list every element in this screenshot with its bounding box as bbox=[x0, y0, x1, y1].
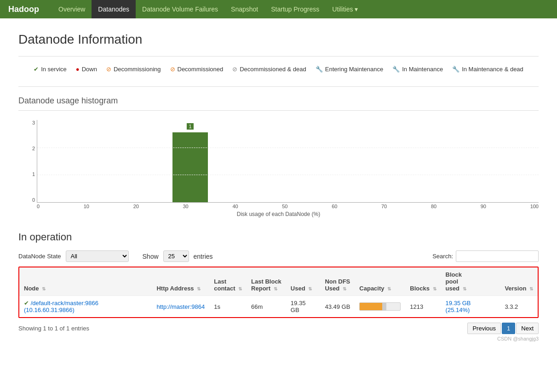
search-label: Search: bbox=[432, 253, 453, 260]
col-last-block-report[interactable]: Last BlockReport ⇅ bbox=[247, 267, 286, 296]
sort-icon-last-block: ⇅ bbox=[274, 286, 277, 291]
legend-divider bbox=[18, 86, 539, 87]
histogram-bar-value: 1 bbox=[187, 123, 193, 130]
legend-decommissioning: ⊘ Decommissioning bbox=[106, 66, 161, 73]
x-tick-40: 40 bbox=[232, 204, 238, 209]
legend-entering-maintenance-label: Entering Maintenance bbox=[325, 66, 383, 73]
x-tick-100: 100 bbox=[530, 204, 539, 209]
nav-datanode-volume-failures[interactable]: Datanode Volume Failures bbox=[136, 0, 224, 18]
legend-down: ● Down bbox=[76, 66, 97, 73]
cell-node: ✔ /default-rack/master:9866 (10.16.60.31… bbox=[19, 296, 152, 318]
sort-icon-non-dfs: ⇅ bbox=[343, 286, 346, 291]
col-used[interactable]: Used ⇅ bbox=[286, 267, 321, 296]
legend-decommissioned-dead: ⊘ Decommissioned & dead bbox=[232, 66, 306, 73]
cell-last-contact: 1s bbox=[209, 296, 247, 318]
col-block-pool-used[interactable]: Blockpoolused ⇅ bbox=[441, 267, 500, 296]
decommissioned-dead-icon: ⊘ bbox=[232, 66, 237, 73]
sort-icon-capacity: ⇅ bbox=[387, 286, 391, 291]
block-pool-used-value: 19.35 GB (25.14%) bbox=[446, 300, 471, 313]
sort-icon-block-pool: ⇅ bbox=[463, 286, 466, 291]
http-address-link[interactable]: http://master:9864 bbox=[156, 303, 205, 310]
capacity-bar-fill bbox=[360, 303, 382, 310]
legend-decommissioned-label: Decommissioned bbox=[178, 66, 224, 73]
histogram-bar: 1 bbox=[172, 132, 207, 202]
entering-maintenance-icon: 🔧 bbox=[316, 66, 323, 73]
table-controls-left: DataNode State All In Service Down Decom… bbox=[18, 250, 213, 262]
cell-version: 3.3.2 bbox=[500, 296, 538, 318]
page-title: Datanode Information bbox=[18, 32, 539, 47]
nav-snapshot[interactable]: Snapshot bbox=[224, 0, 264, 18]
node-status-icon: ✔ bbox=[24, 300, 29, 307]
sort-icon-node: ⇅ bbox=[42, 286, 46, 291]
x-axis-title: Disk usage of each DataNode (%) bbox=[18, 211, 539, 217]
nav-overview[interactable]: Overview bbox=[52, 0, 92, 18]
title-divider bbox=[18, 56, 539, 57]
cell-used: 19.35 GB bbox=[286, 296, 321, 318]
col-last-contact[interactable]: Lastcontact ⇅ bbox=[209, 267, 247, 296]
datanode-table: Node ⇅ Http Address ⇅ Lastcontact ⇅ Last… bbox=[19, 267, 538, 317]
col-node[interactable]: Node ⇅ bbox=[19, 267, 152, 296]
watermark: CSDN @shangjg3 bbox=[18, 336, 539, 341]
in-maintenance-icon: 🔧 bbox=[392, 66, 400, 73]
node-link[interactable]: /default-rack/master:9866 (10.16.60.31:9… bbox=[24, 300, 98, 313]
sort-icon-used: ⇅ bbox=[308, 286, 312, 291]
capacity-bar-remaining bbox=[382, 303, 386, 310]
show-label: Show bbox=[143, 253, 159, 260]
next-button[interactable]: Next bbox=[516, 323, 539, 334]
legend-in-maintenance: 🔧 In Maintenance bbox=[392, 66, 443, 73]
search-input[interactable] bbox=[456, 250, 539, 262]
nav-startup-progress[interactable]: Startup Progress bbox=[264, 0, 326, 18]
in-operation-title: In operation bbox=[18, 231, 539, 243]
sort-icon-version: ⇅ bbox=[529, 286, 533, 291]
legend-in-service-label: In service bbox=[41, 66, 67, 73]
cell-http-address: http://master:9864 bbox=[152, 296, 209, 318]
x-tick-60: 60 bbox=[332, 204, 337, 209]
col-blocks[interactable]: Blocks ⇅ bbox=[405, 267, 441, 296]
in-operation-section: In operation DataNode State All In Servi… bbox=[18, 231, 539, 334]
legend-in-maintenance-dead: 🔧 In Maintenance & dead bbox=[452, 66, 523, 73]
pagination-buttons: Previous 1 Next bbox=[467, 323, 539, 334]
show-entries-select[interactable]: 10 25 50 100 bbox=[163, 250, 189, 262]
sort-icon-blocks: ⇅ bbox=[433, 286, 436, 291]
cell-blocks: 1213 bbox=[405, 296, 441, 318]
x-tick-20: 20 bbox=[133, 204, 139, 209]
cell-capacity bbox=[355, 296, 405, 318]
table-controls: DataNode State All In Service Down Decom… bbox=[18, 250, 539, 262]
col-http-address[interactable]: Http Address ⇅ bbox=[152, 267, 209, 296]
datanode-state-label: DataNode State bbox=[18, 253, 61, 260]
down-icon: ● bbox=[76, 66, 80, 73]
in-service-icon: ✔ bbox=[34, 66, 39, 73]
datanode-state-select[interactable]: All In Service Down Decommissioning Deco… bbox=[66, 250, 129, 262]
histogram-title: Datanode usage histogram bbox=[18, 96, 539, 106]
legend-in-maintenance-label: In Maintenance bbox=[402, 66, 443, 73]
in-maintenance-dead-icon: 🔧 bbox=[452, 66, 459, 73]
prev-button[interactable]: Previous bbox=[467, 323, 501, 334]
decommissioned-icon: ⊘ bbox=[170, 66, 175, 73]
x-tick-30: 30 bbox=[183, 204, 189, 209]
capacity-bar bbox=[359, 302, 401, 311]
page-1-button[interactable]: 1 bbox=[502, 323, 515, 334]
legend-decommissioned: ⊘ Decommissioned bbox=[170, 66, 224, 73]
nav-utilities[interactable]: Utilities bbox=[326, 0, 364, 18]
legend-decommissioning-label: Decommissioning bbox=[114, 66, 161, 73]
x-tick-10: 10 bbox=[84, 204, 89, 209]
decommissioning-icon: ⊘ bbox=[106, 66, 111, 73]
cell-block-pool-used: 19.35 GB (25.14%) bbox=[441, 296, 500, 318]
col-capacity[interactable]: Capacity ⇅ bbox=[355, 267, 405, 296]
nav-datanodes[interactable]: Datanodes bbox=[92, 0, 136, 18]
legend-in-maintenance-dead-label: In Maintenance & dead bbox=[462, 66, 523, 73]
x-tick-70: 70 bbox=[381, 204, 387, 209]
datanode-table-wrapper: Node ⇅ Http Address ⇅ Lastcontact ⇅ Last… bbox=[18, 267, 539, 318]
table-row: ✔ /default-rack/master:9866 (10.16.60.31… bbox=[19, 296, 538, 318]
status-legend: ✔ In service ● Down ⊘ Decommissioning ⊘ … bbox=[18, 66, 539, 73]
pagination-row: Showing 1 to 1 of 1 entries Previous 1 N… bbox=[18, 323, 539, 334]
col-version[interactable]: Version ⇅ bbox=[500, 267, 538, 296]
legend-entering-maintenance: 🔧 Entering Maintenance bbox=[316, 66, 383, 73]
legend-in-service: ✔ In service bbox=[34, 66, 67, 73]
cell-last-block-report: 66m bbox=[247, 296, 286, 318]
x-tick-80: 80 bbox=[431, 204, 436, 209]
col-non-dfs-used[interactable]: Non DFSUsed ⇅ bbox=[320, 267, 355, 296]
legend-decommissioned-dead-label: Decommissioned & dead bbox=[240, 66, 306, 73]
legend-down-label: Down bbox=[82, 66, 97, 73]
x-tick-50: 50 bbox=[282, 204, 287, 209]
